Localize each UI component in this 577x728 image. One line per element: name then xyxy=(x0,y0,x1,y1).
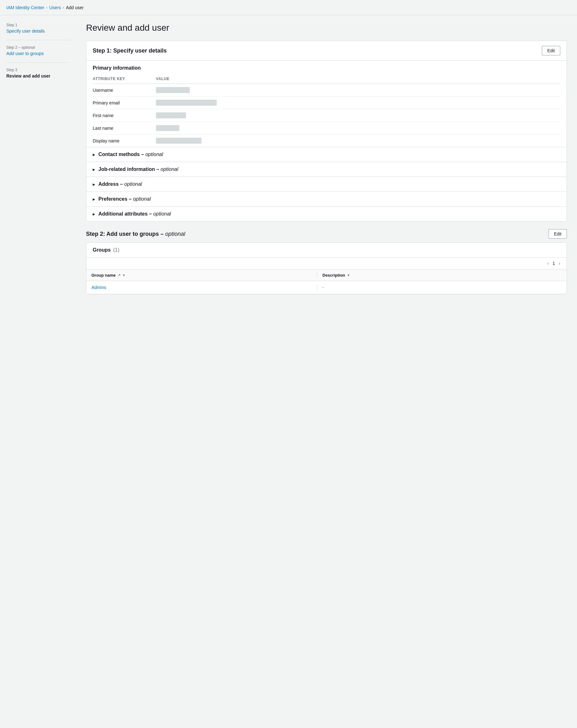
contact-methods-section[interactable]: ▶ Contact methods – optional xyxy=(86,147,567,162)
table-row: Display name ••••••• xyxy=(93,134,560,147)
additional-attrs-section[interactable]: ▶ Additional attributes – optional xyxy=(86,206,567,221)
table-row: Primary email ••••••• xyxy=(93,97,560,109)
address-arrow-icon: ▶ xyxy=(93,183,95,186)
address-title: Address – optional xyxy=(99,181,142,187)
row-username-value: •••••• xyxy=(156,87,560,93)
sidebar-item-add-groups[interactable]: Add user to groups xyxy=(6,51,44,56)
row-displayname-value: ••••••• xyxy=(156,138,560,144)
row-firstname-value: ••••• xyxy=(156,112,560,119)
breadcrumb-current: Add user xyxy=(66,5,84,10)
td-group-name: Admins xyxy=(91,285,317,290)
job-title: Job-related information – optional xyxy=(99,166,178,172)
breadcrumb-sep-2: › xyxy=(63,5,64,10)
th-group-name: Group name ↗ ▼ xyxy=(91,273,317,278)
sidebar-item-review: Review and add user xyxy=(6,73,50,78)
breadcrumb-iam-link[interactable]: IAM Identity Center xyxy=(6,5,44,10)
pagination-next-btn[interactable]: › xyxy=(557,260,561,266)
preferences-section[interactable]: ▶ Preferences – optional xyxy=(86,191,567,206)
address-section[interactable]: ▶ Address – optional xyxy=(86,177,567,191)
group-admins-link[interactable]: Admins xyxy=(91,285,106,290)
th-description: Description ▼ xyxy=(322,273,561,278)
row-lastname-value: •••• xyxy=(156,125,560,131)
td-description: - xyxy=(322,285,561,290)
additional-arrow-icon: ▶ xyxy=(93,212,95,216)
breadcrumb: IAM Identity Center › Users › Add user xyxy=(0,0,577,15)
sidebar-nav: Step 1 Specify user details Step 2 – opt… xyxy=(0,15,76,728)
step2-section: Step 2: Add user to groups – optional Ed… xyxy=(86,229,567,294)
sort-group-icon: ▼ xyxy=(122,274,126,277)
groups-title: Groups (1) xyxy=(93,247,119,253)
row-lastname-key: Last name xyxy=(93,126,156,131)
step1-card-header: Step 1: Specify user details Edit xyxy=(86,41,567,61)
breadcrumb-users-link[interactable]: Users xyxy=(49,5,61,10)
sort-desc-icon: ▼ xyxy=(347,274,350,277)
step2-section-title: Step 2: Add user to groups – optional xyxy=(86,231,185,237)
pagination-prev-btn[interactable]: ‹ xyxy=(546,260,550,266)
step1-section-title: Step 1: Specify user details xyxy=(93,48,167,54)
step1-edit-button[interactable]: Edit xyxy=(542,46,560,55)
step-1-label: Step 1 xyxy=(6,23,70,27)
external-link-icon: ↗ xyxy=(118,273,120,277)
primary-info-title: Primary information xyxy=(93,65,141,71)
groups-header: Groups (1) xyxy=(86,243,567,258)
row-firstname-key: First name xyxy=(93,113,156,118)
step-2-label: Step 2 – optional xyxy=(6,45,70,50)
contact-title: Contact methods – optional xyxy=(99,152,163,157)
page-title: Review and add user xyxy=(86,23,567,33)
step-divider-1 xyxy=(6,40,70,40)
step-divider-2 xyxy=(6,62,70,63)
preferences-title: Preferences – optional xyxy=(99,196,150,202)
primary-info-section: Primary information Attribute key Value … xyxy=(86,61,567,221)
row-username-key: Username xyxy=(93,88,156,93)
job-related-section[interactable]: ▶ Job-related information – optional xyxy=(86,162,567,177)
step1-card: Step 1: Specify user details Edit Primar… xyxy=(86,41,567,222)
contact-arrow-icon: ▶ xyxy=(93,153,95,156)
sidebar-step-2: Step 2 – optional Add user to groups xyxy=(6,45,70,56)
table-row: Username •••••• xyxy=(93,84,560,97)
preferences-arrow-icon: ▶ xyxy=(93,198,95,201)
td-divider xyxy=(317,284,317,291)
row-email-value: ••••••• xyxy=(156,100,560,106)
col-val-header: Value xyxy=(156,77,560,81)
step-3-label: Step 3 xyxy=(6,68,70,72)
breadcrumb-sep-1: › xyxy=(46,5,48,10)
attribute-table: Attribute key Value Username •••••• Prim… xyxy=(86,73,567,147)
pagination-page-num: 1 xyxy=(553,261,555,266)
groups-table-row: Admins - xyxy=(86,281,567,294)
groups-section: Groups (1) ‹ 1 › Group name ↗ ▼ xyxy=(86,242,567,294)
th-divider xyxy=(317,272,317,278)
sidebar-item-specify-user[interactable]: Specify user details xyxy=(6,28,45,33)
row-displayname-key: Display name xyxy=(93,138,156,144)
step2-edit-button[interactable]: Edit xyxy=(549,229,567,239)
table-row: First name ••••• xyxy=(93,109,560,122)
groups-table-header: Group name ↗ ▼ Description ▼ xyxy=(86,269,567,281)
row-email-key: Primary email xyxy=(93,100,156,105)
sidebar-step-1: Step 1 Specify user details xyxy=(6,23,70,33)
job-arrow-icon: ▶ xyxy=(93,168,95,171)
main-content: Review and add user Step 1: Specify user… xyxy=(76,15,577,728)
additional-title: Additional attributes – optional xyxy=(99,211,171,217)
sidebar-step-3: Step 3 Review and add user xyxy=(6,68,70,78)
table-header: Attribute key Value xyxy=(93,73,560,84)
pagination-row: ‹ 1 › xyxy=(86,258,567,269)
table-row: Last name •••• xyxy=(93,122,560,134)
col-key-header: Attribute key xyxy=(93,77,156,81)
